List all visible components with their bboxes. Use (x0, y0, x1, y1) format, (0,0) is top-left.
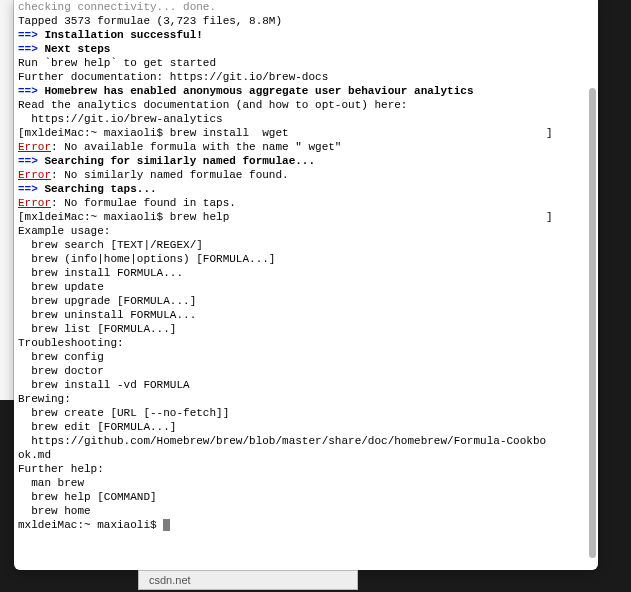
terminal-line: brew list [FORMULA...] (18, 322, 594, 336)
terminal-line: Run `brew help` to get started (18, 56, 594, 70)
terminal-line: Further documentation: https://git.io/br… (18, 70, 594, 84)
terminal-line: Error: No similarly named formulae found… (18, 168, 594, 182)
terminal-line: ==> Installation successful! (18, 28, 594, 42)
cursor (163, 519, 170, 531)
terminal-text: brew search [TEXT|/REGEX/] (18, 239, 203, 251)
terminal-text: brew edit [FORMULA...] (18, 421, 176, 433)
terminal-text: brew upgrade [FORMULA...] (18, 295, 196, 307)
terminal-line: https://git.io/brew-analytics (18, 112, 594, 126)
terminal-text: brew home (18, 505, 91, 517)
terminal-line: Troubleshooting: (18, 336, 594, 350)
terminal-text: brew install -vd FORMULA (18, 379, 190, 391)
terminal-text: checking connectivity... done. (18, 1, 216, 13)
terminal-line: ==> Searching for similarly named formul… (18, 154, 594, 168)
terminal-line: man brew (18, 476, 594, 490)
terminal-text: ok.md (18, 449, 51, 461)
terminal-text: brew (info|home|options) [FORMULA...] (18, 253, 275, 265)
scrollbar-thumb[interactable] (589, 88, 596, 558)
terminal-text: Tapped 3573 formulae (3,723 files, 8.8M) (18, 15, 282, 27)
terminal-text: Homebrew has enabled anonymous aggregate… (44, 85, 473, 97)
terminal-text: Error (18, 141, 51, 153)
terminal-text: brew update (18, 281, 104, 293)
terminal-line: brew install -vd FORMULA (18, 378, 594, 392)
terminal-text: https://git.io/brew-analytics (18, 113, 223, 125)
terminal-text: : No formulae found in taps. (51, 197, 236, 209)
terminal-line: brew update (18, 280, 594, 294)
terminal-text: Further documentation: https://git.io/br… (18, 71, 328, 83)
terminal-text: ==> (18, 43, 44, 55)
terminal-text: Example usage: (18, 225, 110, 237)
terminal-line: [mxldeiMac:~ maxiaoli$ brew install wget… (18, 126, 594, 140)
terminal-text: brew help [COMMAND] (18, 491, 157, 503)
address-bar: csdn.net (138, 570, 358, 590)
terminal-text: Next steps (44, 43, 110, 55)
terminal-line: brew install FORMULA... (18, 266, 594, 280)
terminal-output[interactable]: checking connectivity... done.Tapped 357… (14, 0, 598, 570)
terminal-text: brew create [URL [--no-fetch]] (18, 407, 229, 419)
terminal-line: Error: No formulae found in taps. (18, 196, 594, 210)
terminal-text: Error (18, 197, 51, 209)
terminal-line: brew uninstall FORMULA... (18, 308, 594, 322)
terminal-text: Further help: (18, 463, 104, 475)
terminal-line: checking connectivity... done. (18, 0, 594, 14)
terminal-text: Searching for similarly named formulae..… (44, 155, 315, 167)
terminal-line: Brewing: (18, 392, 594, 406)
terminal-line: brew help [COMMAND] (18, 490, 594, 504)
terminal-text: Read the analytics documentation (and ho… (18, 99, 407, 111)
terminal-line: brew upgrade [FORMULA...] (18, 294, 594, 308)
terminal-line: Tapped 3573 formulae (3,723 files, 8.8M) (18, 14, 594, 28)
terminal-text: : No similarly named formulae found. (51, 169, 289, 181)
terminal-text: [mxldeiMac:~ maxiaoli$ brew install wget… (18, 127, 553, 139)
terminal-line: ==> Searching taps... (18, 182, 594, 196)
terminal-text: brew doctor (18, 365, 104, 377)
terminal-text: Brewing: (18, 393, 71, 405)
terminal-window[interactable]: checking connectivity... done.Tapped 357… (14, 0, 598, 570)
terminal-text: brew list [FORMULA...] (18, 323, 176, 335)
terminal-text: Searching taps... (44, 183, 156, 195)
terminal-line: Example usage: (18, 224, 594, 238)
terminal-line: [mxldeiMac:~ maxiaoli$ brew help ] (18, 210, 594, 224)
terminal-text: ==> (18, 155, 44, 167)
terminal-line: ==> Next steps (18, 42, 594, 56)
terminal-line: brew doctor (18, 364, 594, 378)
terminal-line: brew home (18, 504, 594, 518)
terminal-text: [mxldeiMac:~ maxiaoli$ brew help ] (18, 211, 553, 223)
terminal-text: ==> (18, 183, 44, 195)
terminal-text: Error (18, 169, 51, 181)
terminal-text: ==> (18, 85, 44, 97)
terminal-text: brew config (18, 351, 104, 363)
terminal-line: Further help: (18, 462, 594, 476)
terminal-text: brew install FORMULA... (18, 267, 183, 279)
terminal-line: mxldeiMac:~ maxiaoli$ (18, 518, 594, 532)
terminal-line: brew search [TEXT|/REGEX/] (18, 238, 594, 252)
terminal-text: Troubleshooting: (18, 337, 124, 349)
terminal-line: https://github.com/Homebrew/brew/blob/ma… (18, 434, 594, 448)
terminal-text: Run `brew help` to get started (18, 57, 216, 69)
terminal-text: man brew (18, 477, 84, 489)
address-text: csdn.net (149, 574, 191, 586)
terminal-text: brew uninstall FORMULA... (18, 309, 196, 321)
terminal-line: brew (info|home|options) [FORMULA...] (18, 252, 594, 266)
terminal-text: mxldeiMac:~ maxiaoli$ (18, 519, 163, 531)
terminal-text: https://github.com/Homebrew/brew/blob/ma… (18, 435, 546, 447)
terminal-line: brew create [URL [--no-fetch]] (18, 406, 594, 420)
terminal-text: : No available formula with the name " w… (51, 141, 348, 153)
terminal-line: Error: No available formula with the nam… (18, 140, 594, 154)
background-sidebar (0, 0, 14, 400)
terminal-line: brew edit [FORMULA...] (18, 420, 594, 434)
terminal-line: Read the analytics documentation (and ho… (18, 98, 594, 112)
terminal-line: brew config (18, 350, 594, 364)
terminal-line: ok.md (18, 448, 594, 462)
terminal-text: ==> (18, 29, 44, 41)
terminal-text: Installation successful! (44, 29, 202, 41)
terminal-line: ==> Homebrew has enabled anonymous aggre… (18, 84, 594, 98)
